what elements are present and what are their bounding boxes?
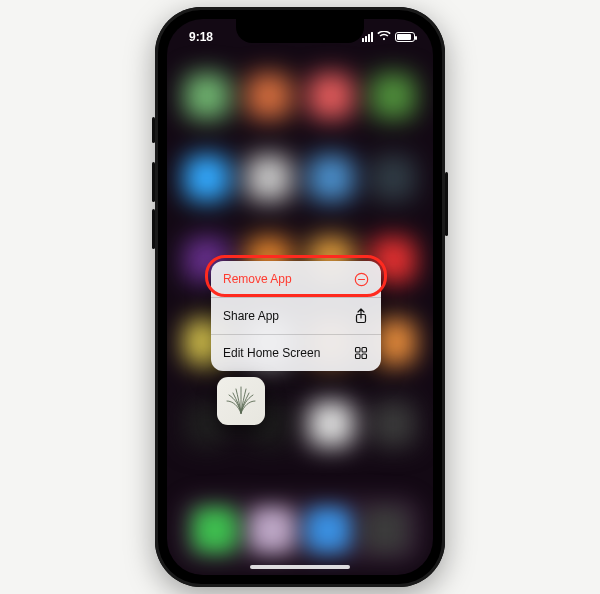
blurred-app-icon xyxy=(370,401,416,447)
leaf-icon xyxy=(221,381,261,421)
volume-up-button xyxy=(152,162,155,202)
svg-rect-4 xyxy=(362,348,367,353)
blurred-app-icon xyxy=(184,155,230,201)
remove-circle-icon xyxy=(353,271,369,287)
svg-rect-5 xyxy=(356,354,361,359)
remove-app-menu-item[interactable]: Remove App xyxy=(211,261,381,298)
blurred-app-icon xyxy=(184,73,230,119)
blurred-app-icon xyxy=(246,73,292,119)
volume-down-button xyxy=(152,209,155,249)
device-notch xyxy=(236,19,364,43)
screen: 9:18 Remove App Share App xyxy=(167,19,433,575)
status-right-cluster xyxy=(362,30,415,44)
share-icon xyxy=(353,308,369,324)
battery-icon xyxy=(395,32,415,42)
mute-switch xyxy=(152,117,155,143)
menu-item-label: Remove App xyxy=(223,272,292,286)
dock-blurred xyxy=(177,495,423,565)
share-app-menu-item[interactable]: Share App xyxy=(211,298,381,335)
focused-app-icon[interactable] xyxy=(217,377,265,425)
svg-rect-3 xyxy=(356,348,361,353)
blurred-dock-icon xyxy=(305,507,351,553)
app-context-menu: Remove App Share App Edit Home Screen xyxy=(211,261,381,371)
edit-home-screen-menu-item[interactable]: Edit Home Screen xyxy=(211,335,381,371)
home-indicator[interactable] xyxy=(250,565,350,569)
blurred-dock-icon xyxy=(362,507,408,553)
svg-rect-6 xyxy=(362,354,367,359)
edit-home-icon xyxy=(353,345,369,361)
blurred-app-icon xyxy=(308,155,354,201)
cell-signal-icon xyxy=(362,32,373,42)
menu-item-label: Edit Home Screen xyxy=(223,346,320,360)
blurred-dock-icon xyxy=(249,507,295,553)
blurred-app-icon xyxy=(370,73,416,119)
blurred-app-icon xyxy=(308,401,354,447)
power-button xyxy=(445,172,448,236)
iphone-device-frame: 9:18 Remove App Share App xyxy=(155,7,445,587)
blurred-dock-icon xyxy=(192,507,238,553)
menu-item-label: Share App xyxy=(223,309,279,323)
blurred-app-icon xyxy=(308,73,354,119)
wifi-icon xyxy=(377,30,391,44)
status-time: 9:18 xyxy=(189,30,213,44)
blurred-app-icon xyxy=(246,155,292,201)
blurred-app-icon xyxy=(370,155,416,201)
